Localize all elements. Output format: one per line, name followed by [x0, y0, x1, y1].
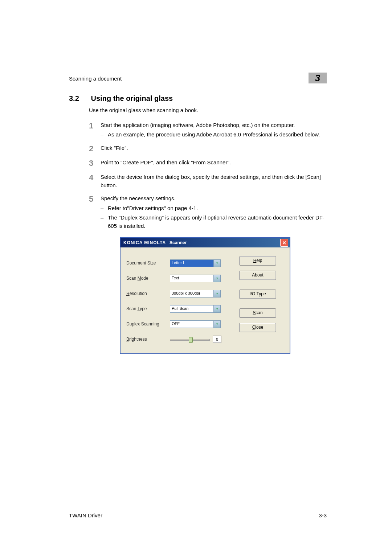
step-number: 3: [89, 159, 101, 168]
chapter-number: 3: [315, 73, 320, 84]
step-text: Specify the necessary settings.: [101, 194, 327, 203]
document-size-value: Letter L: [170, 260, 213, 267]
titlebar: KONICA MINOLTA Scanner ✕: [121, 238, 290, 247]
row-scan-mode: Scan Mode Text ▾: [126, 271, 232, 286]
document-size-select[interactable]: Letter L ▾: [170, 259, 221, 267]
label-resolution: Resolution: [126, 291, 170, 296]
step-body: Click "File".: [101, 144, 327, 153]
footer-left: TWAIN Driver: [69, 512, 102, 518]
dialog-screenshot: KONICA MINOLTA Scanner ✕ Document Size L…: [120, 237, 290, 354]
row-brightness: Brightness 0: [126, 332, 232, 347]
step-text: Start the application (imaging software,…: [101, 121, 327, 130]
step-body: Select the device from the dialog box, s…: [101, 173, 327, 189]
chevron-down-icon[interactable]: ▾: [213, 305, 220, 312]
step-sub-text: Refer to"Driver settings" on page 4-1.: [108, 204, 327, 213]
scan-mode-value: Text: [170, 275, 213, 282]
dash-icon: –: [101, 214, 108, 230]
dash-icon: –: [101, 204, 108, 213]
chevron-down-icon[interactable]: ▾: [213, 275, 220, 282]
row-resolution: Resolution 300dpi x 300dpi ▾: [126, 286, 232, 301]
step-body: Specify the necessary settings.–Refer to…: [101, 194, 327, 230]
step: 4Select the device from the dialog box, …: [89, 173, 327, 189]
page: Scanning a document 3 3.2 Using the orig…: [0, 0, 392, 554]
label-duplex: Duplex Scanning: [126, 321, 170, 327]
resolution-value: 300dpi x 300dpi: [170, 290, 213, 297]
duplex-value: OFF: [170, 321, 213, 328]
step: 5Specify the necessary settings.–Refer t…: [89, 194, 327, 230]
section-title: Using the original glass: [91, 94, 173, 102]
label-scan-type: Scan Type: [126, 306, 170, 311]
chapter-badge: 3: [309, 73, 327, 83]
resolution-select[interactable]: 300dpi x 300dpi ▾: [170, 290, 221, 297]
step-sub-text: The "Duplex Scanning" is appears only if…: [108, 214, 327, 230]
dialog-body: Document Size Letter L ▾ Scan Mode Text …: [121, 247, 290, 353]
close-icon[interactable]: ✕: [280, 239, 288, 247]
label-document-size: Document Size: [126, 260, 170, 266]
step-body: Point to "Create PDF", and then click "F…: [101, 159, 327, 168]
brightness-slider[interactable]: [170, 336, 210, 342]
label-scan-mode: Scan Mode: [126, 276, 170, 281]
step-text: Point to "Create PDF", and then click "F…: [101, 159, 327, 167]
step-number: 4: [89, 173, 101, 189]
step-body: Start the application (imaging software,…: [101, 121, 327, 139]
step-text: Click "File".: [101, 144, 327, 152]
brand: KONICA MINOLTA: [123, 240, 166, 245]
chevron-down-icon[interactable]: ▾: [213, 260, 220, 267]
scanner-dialog: KONICA MINOLTA Scanner ✕ Document Size L…: [120, 237, 290, 354]
section-heading: 3.2 Using the original glass: [69, 94, 327, 103]
duplex-select[interactable]: OFF ▾: [170, 320, 221, 328]
slider-thumb[interactable]: [189, 337, 193, 343]
row-duplex: Duplex Scanning OFF ▾: [126, 316, 232, 332]
header-rule: [69, 83, 327, 83]
step-text: Select the device from the dialog box, s…: [101, 173, 327, 189]
left-column: Document Size Letter L ▾ Scan Mode Text …: [126, 255, 232, 347]
row-document-size: Document Size Letter L ▾: [126, 255, 232, 271]
label-brightness: Brightness: [126, 337, 170, 342]
step-sub: –The "Duplex Scanning" is appears only i…: [101, 214, 327, 230]
step-list: 1Start the application (imaging software…: [69, 121, 327, 230]
step-sub: –Refer to"Driver settings" on page 4-1.: [101, 204, 327, 213]
step: 1Start the application (imaging software…: [89, 121, 327, 139]
close-button[interactable]: Close: [239, 323, 276, 332]
running-head: Scanning a document: [69, 75, 122, 82]
brightness-value: 0: [213, 336, 221, 343]
section-number: 3.2: [69, 94, 89, 103]
chevron-down-icon[interactable]: ▾: [213, 321, 220, 328]
scan-mode-select[interactable]: Text ▾: [170, 275, 221, 282]
section-intro: Use the original glass when scanning a b…: [89, 106, 327, 115]
step-number: 1: [89, 121, 101, 139]
title-suffix: Scanner: [170, 240, 187, 245]
scan-button[interactable]: Scan: [239, 308, 276, 318]
right-column: Help About I/O Type Scan Close: [232, 255, 284, 347]
footer: TWAIN Driver 3-3: [69, 510, 327, 518]
dash-icon: –: [101, 131, 108, 139]
scan-type-value: Pull Scan: [170, 305, 213, 312]
step-sub: –As an example, the procedure using Adob…: [101, 131, 327, 139]
help-button[interactable]: Help: [239, 256, 276, 266]
step: 2Click "File".: [89, 144, 327, 153]
about-button[interactable]: About: [239, 271, 276, 280]
step: 3Point to "Create PDF", and then click "…: [89, 159, 327, 168]
footer-right: 3-3: [319, 512, 327, 518]
scan-type-select[interactable]: Pull Scan ▾: [170, 305, 221, 313]
step-sub-text: As an example, the procedure using Adobe…: [108, 131, 327, 139]
row-scan-type: Scan Type Pull Scan ▾: [126, 301, 232, 316]
iotype-button[interactable]: I/O Type: [239, 290, 276, 299]
chevron-down-icon[interactable]: ▾: [213, 290, 220, 297]
step-number: 2: [89, 144, 101, 153]
step-number: 5: [89, 194, 101, 230]
